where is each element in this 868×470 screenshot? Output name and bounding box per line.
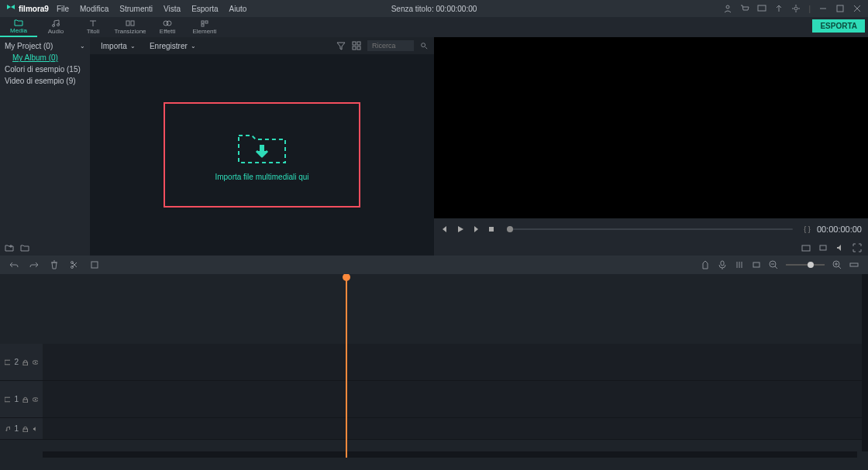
import-dropdown[interactable]: Importa ⌄ xyxy=(96,40,140,52)
svg-point-38 xyxy=(5,429,7,431)
upload-icon[interactable] xyxy=(774,4,784,13)
zoom-in-icon[interactable] xyxy=(832,260,842,269)
preview-video[interactable] xyxy=(434,37,868,218)
video-track-1[interactable]: 1 xyxy=(0,381,868,418)
menu-strumenti[interactable]: Strumenti xyxy=(119,5,153,13)
video-track-icon xyxy=(5,396,10,403)
effects-icon xyxy=(163,19,172,27)
record-dropdown[interactable]: Enregistrer ⌄ xyxy=(145,40,201,52)
message-icon[interactable] xyxy=(757,4,766,13)
media-panel: Importa ⌄ Enregistrer ⌄ Impor xyxy=(90,37,434,256)
quality-icon[interactable] xyxy=(818,243,828,252)
maximize-icon[interactable] xyxy=(835,4,845,13)
lock-icon[interactable] xyxy=(22,426,28,432)
undo-icon[interactable] xyxy=(9,260,19,269)
eye-icon[interactable] xyxy=(33,359,38,365)
preview-timecode: 00:00:00:00 xyxy=(817,225,862,234)
delete-icon[interactable] xyxy=(50,260,59,269)
tab-media[interactable]: Media xyxy=(0,17,37,37)
grid-view-icon[interactable] xyxy=(352,41,361,50)
mute-icon[interactable] xyxy=(33,426,38,432)
app-name: filmora9 xyxy=(19,5,49,13)
lock-icon[interactable] xyxy=(22,359,28,365)
preview-panel: { } 00:00:00:00 xyxy=(434,37,868,256)
minimize-icon[interactable] xyxy=(818,4,828,13)
sidebar-item-myproject[interactable]: My Project (0) ⌄ xyxy=(5,40,85,52)
svg-point-0 xyxy=(726,5,729,9)
stop-icon[interactable] xyxy=(487,225,496,234)
menu-modifica[interactable]: Modifica xyxy=(80,5,108,13)
zoom-out-icon[interactable] xyxy=(769,260,778,269)
svg-point-17 xyxy=(422,43,425,47)
screenshot-icon[interactable] xyxy=(801,243,811,252)
next-frame-icon[interactable] xyxy=(471,225,480,234)
tab-audio[interactable]: Audio xyxy=(37,17,74,37)
vertical-scrollbar[interactable] xyxy=(862,274,868,451)
menu-vista[interactable]: Vista xyxy=(164,5,181,13)
export-button[interactable]: ESPORTA xyxy=(812,19,865,33)
close-icon[interactable] xyxy=(852,4,862,13)
video-track-2[interactable]: 2 xyxy=(0,344,868,381)
import-text: Importa file multimediali qui xyxy=(215,173,308,181)
svg-rect-10 xyxy=(202,21,204,23)
split-icon[interactable] xyxy=(70,260,79,269)
play-icon[interactable] xyxy=(456,225,465,234)
svg-rect-6 xyxy=(126,21,129,26)
app-logo: filmora9 xyxy=(6,4,49,13)
video-track-icon xyxy=(5,359,10,365)
zoom-slider[interactable] xyxy=(786,264,825,266)
redo-icon[interactable] xyxy=(29,260,39,269)
search-input[interactable] xyxy=(367,40,414,51)
svg-rect-25 xyxy=(753,262,760,267)
svg-rect-31 xyxy=(23,362,28,365)
playhead[interactable] xyxy=(346,274,347,458)
render-icon[interactable] xyxy=(752,260,761,269)
marker-icon[interactable] xyxy=(701,260,710,269)
tab-elementi[interactable]: Elementi xyxy=(186,17,223,37)
crop-icon[interactable] xyxy=(90,260,99,269)
frame-nav[interactable]: { } xyxy=(804,225,811,233)
svg-point-5 xyxy=(57,24,60,26)
svg-rect-39 xyxy=(23,429,28,432)
settings-icon[interactable] xyxy=(791,4,801,13)
preview-slider[interactable] xyxy=(507,228,793,230)
audio-track-1[interactable]: 1 xyxy=(0,418,868,440)
tab-effetti[interactable]: Effetti xyxy=(149,17,186,37)
account-icon[interactable] xyxy=(723,4,732,13)
new-folder-icon[interactable] xyxy=(5,243,14,252)
svg-rect-12 xyxy=(202,24,204,26)
import-drop-zone[interactable]: Importa file multimediali qui xyxy=(164,102,360,208)
svg-rect-18 xyxy=(489,227,494,232)
svg-rect-3 xyxy=(837,5,843,12)
volume-icon[interactable] xyxy=(835,243,845,252)
search-icon[interactable] xyxy=(420,42,428,50)
sidebar-item-myalbum[interactable]: My Album (0) xyxy=(5,52,85,63)
menu-aiuto[interactable]: Aiuto xyxy=(229,5,247,13)
menu-file[interactable]: File xyxy=(57,5,69,13)
svg-rect-15 xyxy=(353,46,356,50)
lock-icon[interactable] xyxy=(22,396,28,403)
logo-icon xyxy=(6,4,16,13)
window-title: Senza titolo: 00:00:00:00 xyxy=(391,5,477,13)
eye-icon[interactable] xyxy=(33,396,38,403)
chevron-down-icon: ⌄ xyxy=(191,43,196,50)
sidebar-item-colori[interactable]: Colori di esempio (15) xyxy=(5,63,85,75)
mixer-icon[interactable] xyxy=(735,260,744,269)
timeline: 00:00:00:00 00:00:04:05 00:00:08:10 00:0… xyxy=(0,274,868,458)
cart-icon[interactable] xyxy=(740,4,749,13)
svg-rect-1 xyxy=(758,5,766,11)
elements-icon xyxy=(200,19,209,27)
zoom-fit-icon[interactable] xyxy=(849,260,859,269)
menu-esporta[interactable]: Esporta xyxy=(191,5,218,13)
prev-frame-icon[interactable] xyxy=(440,225,450,234)
sidebar-item-video[interactable]: Video di esempio (9) xyxy=(5,75,85,87)
tab-transizione[interactable]: Transizione xyxy=(112,17,149,37)
tab-titoli[interactable]: Titoli xyxy=(74,17,112,37)
fullscreen-icon[interactable] xyxy=(852,243,862,252)
mic-icon[interactable] xyxy=(718,260,727,269)
horizontal-scrollbar[interactable] xyxy=(43,451,857,458)
svg-rect-24 xyxy=(721,261,724,266)
folder-icon[interactable] xyxy=(20,243,29,252)
audio-track-icon xyxy=(5,426,10,432)
filter-icon[interactable] xyxy=(336,41,346,50)
